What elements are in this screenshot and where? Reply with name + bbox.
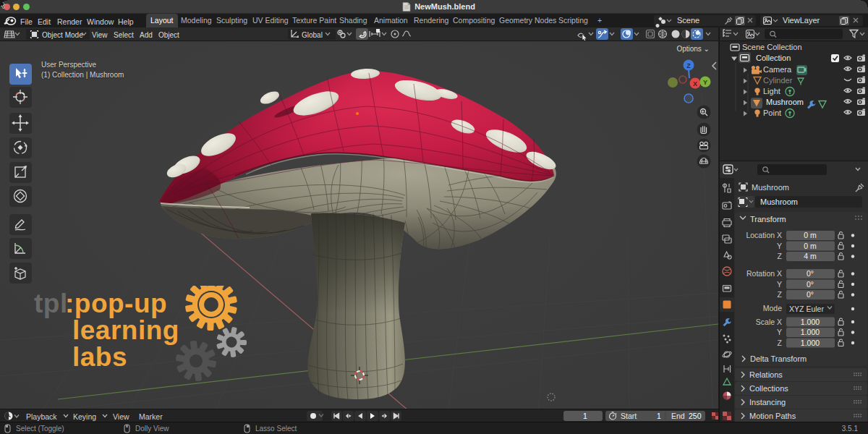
- svg-text:Y: Y: [703, 79, 707, 86]
- svg-text:Scene Collection: Scene Collection: [742, 43, 802, 51]
- svg-text:Rotation X: Rotation X: [746, 269, 782, 278]
- svg-text:0°: 0°: [807, 269, 814, 278]
- svg-text:X: X: [693, 80, 697, 88]
- svg-text:0°: 0°: [807, 280, 814, 289]
- svg-text:0 m: 0 m: [804, 242, 817, 250]
- svg-text:Transform: Transform: [750, 215, 786, 224]
- svg-text:Z: Z: [778, 252, 783, 260]
- svg-text:Mushroom: Mushroom: [766, 98, 804, 106]
- svg-text:Collection: Collection: [756, 54, 791, 62]
- svg-text:Collections: Collections: [749, 384, 788, 393]
- svg-text:Light: Light: [763, 87, 780, 95]
- svg-text:Mode: Mode: [763, 304, 782, 312]
- svg-text:XYZ Euler: XYZ Euler: [789, 305, 824, 313]
- svg-text:1: 1: [583, 412, 587, 420]
- svg-text:1.000: 1.000: [801, 328, 820, 336]
- svg-text:Scene: Scene: [677, 16, 699, 25]
- svg-text:Mushroom: Mushroom: [752, 183, 789, 192]
- svg-text:Mushroom: Mushroom: [760, 197, 798, 206]
- svg-text:250: 250: [689, 412, 702, 420]
- svg-text:Cylinder: Cylinder: [763, 76, 793, 85]
- svg-text:Relations: Relations: [749, 370, 783, 379]
- svg-text:Z: Z: [778, 339, 783, 347]
- svg-text:1.000: 1.000: [801, 318, 820, 326]
- svg-text:Point: Point: [763, 109, 781, 117]
- svg-text:End: End: [671, 412, 685, 420]
- svg-text:Camera: Camera: [763, 65, 792, 74]
- svg-text:Z: Z: [778, 290, 783, 299]
- svg-text:1.000: 1.000: [801, 339, 820, 347]
- svg-text:Y: Y: [777, 242, 782, 250]
- svg-text:Z: Z: [686, 62, 691, 69]
- svg-text:1: 1: [657, 412, 661, 420]
- svg-text:0°: 0°: [807, 290, 814, 299]
- svg-text:ViewLayer: ViewLayer: [783, 16, 820, 25]
- svg-text:Delta Transform: Delta Transform: [750, 354, 807, 363]
- svg-text:Scale X: Scale X: [756, 318, 782, 326]
- svg-text:Y: Y: [777, 280, 782, 289]
- svg-text:Y: Y: [777, 328, 782, 336]
- svg-text:Instancing: Instancing: [749, 398, 786, 407]
- svg-text:Start: Start: [621, 412, 637, 420]
- svg-text:Motion Paths: Motion Paths: [749, 412, 796, 420]
- svg-text:Location X: Location X: [746, 231, 782, 239]
- svg-text:4 m: 4 m: [804, 252, 817, 260]
- svg-text:0 m: 0 m: [804, 231, 817, 239]
